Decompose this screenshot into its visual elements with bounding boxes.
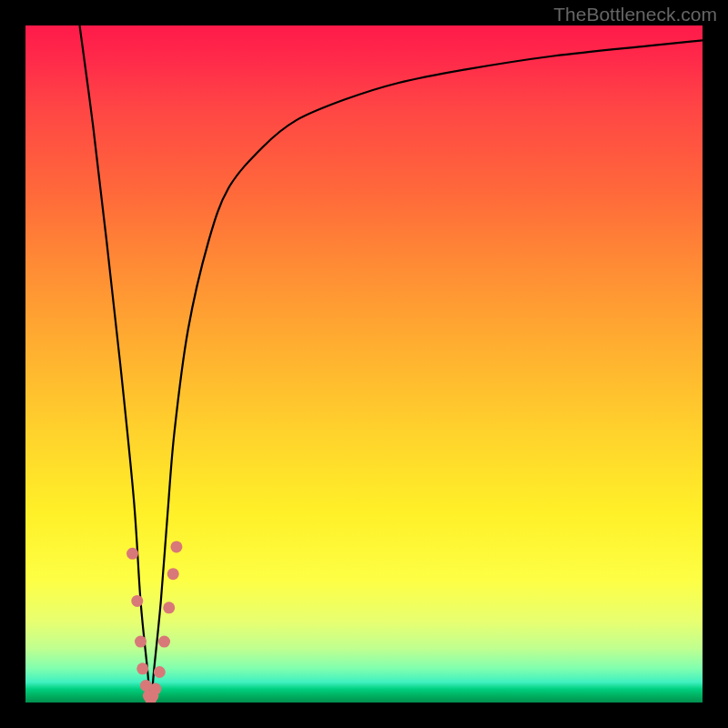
data-marker — [154, 666, 166, 678]
data-marker — [136, 662, 148, 674]
data-marker — [163, 602, 175, 613]
data-marker — [158, 636, 170, 648]
watermark-label: TheBottleneck.com — [553, 4, 717, 25]
data-marker — [167, 568, 179, 580]
curve-layer — [25, 25, 703, 703]
data-marker — [170, 541, 182, 552]
data-marker — [149, 683, 161, 695]
plot-area — [25, 25, 703, 703]
bottleneck-curve — [80, 25, 703, 703]
data-marker — [131, 595, 143, 607]
scatter-markers — [126, 541, 182, 703]
data-marker — [135, 636, 147, 648]
data-marker — [126, 548, 138, 560]
